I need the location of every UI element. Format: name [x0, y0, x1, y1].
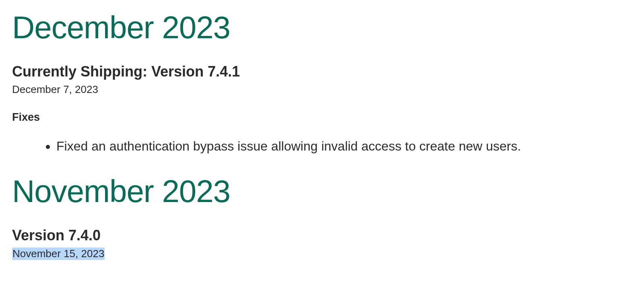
release-date-740: November 15, 2023 [12, 248, 105, 260]
month-heading-december: December 2023 [12, 11, 632, 44]
month-heading-november: November 2023 [12, 175, 632, 208]
release-date-740-container: November 15, 2023 [12, 248, 632, 275]
version-heading-741: Currently Shipping: Version 7.4.1 [12, 64, 632, 80]
version-heading-740: Version 7.4.0 [12, 227, 632, 244]
fixes-label: Fixes [12, 111, 632, 124]
fixes-list-item: Fixed an authentication bypass issue all… [56, 138, 632, 155]
fixes-list: Fixed an authentication bypass issue all… [12, 138, 632, 155]
release-date-741: December 7, 2023 [12, 83, 98, 96]
